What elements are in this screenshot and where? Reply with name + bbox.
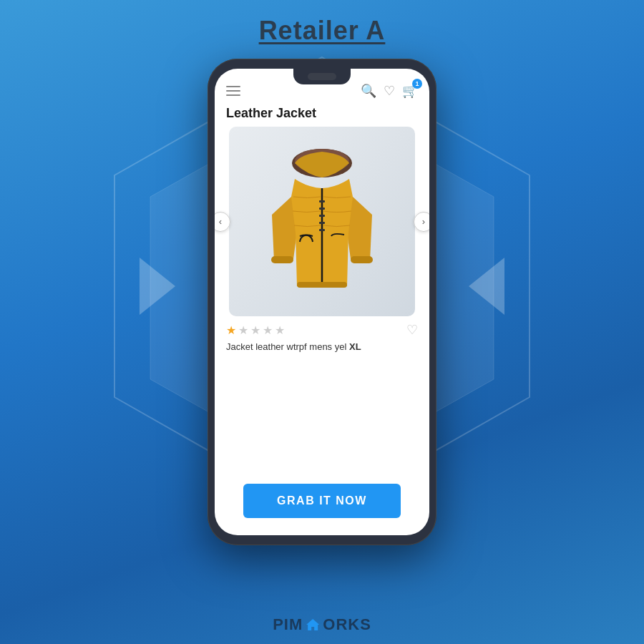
- star-4: ★: [263, 323, 273, 337]
- logo-pim-text: PIM: [273, 615, 303, 634]
- svg-rect-8: [319, 208, 325, 210]
- header-icons: 🔍 ♡ 🛒 1: [361, 83, 418, 99]
- next-button[interactable]: ›: [414, 212, 429, 232]
- svg-rect-9: [319, 215, 325, 217]
- phone-screen: 🔍 ♡ 🛒 1 Leather Jacket ‹: [215, 69, 429, 535]
- phone-notch-speaker: [308, 73, 336, 80]
- star-2: ★: [238, 323, 248, 337]
- cart-badge: 1: [412, 79, 422, 89]
- svg-marker-15: [306, 619, 319, 630]
- svg-rect-14: [297, 282, 347, 288]
- wishlist-icon[interactable]: ♡: [384, 83, 395, 99]
- pimworks-logo: PIM ORKS: [273, 615, 371, 634]
- svg-rect-11: [319, 229, 325, 231]
- star-3: ★: [250, 323, 260, 337]
- hamburger-line-3: [226, 94, 240, 96]
- logo-orks-text: ORKS: [323, 615, 371, 634]
- hamburger-line-1: [226, 86, 240, 87]
- cta-area: GRAB IT NOW: [215, 359, 429, 535]
- phone-body: 🔍 ♡ 🛒 1 Leather Jacket ‹: [208, 59, 436, 545]
- phone-notch: [293, 69, 351, 84]
- product-wishlist-icon[interactable]: ♡: [406, 322, 418, 338]
- hamburger-line-2: [226, 90, 240, 92]
- star-5: ★: [275, 323, 285, 337]
- logo-house-icon: [305, 617, 321, 633]
- svg-rect-10: [319, 222, 325, 224]
- star-1: ★: [226, 323, 236, 337]
- svg-rect-13: [351, 256, 373, 263]
- cart-icon[interactable]: 🛒 1: [402, 83, 418, 99]
- svg-rect-7: [319, 200, 325, 203]
- search-icon[interactable]: 🔍: [361, 83, 376, 99]
- product-image: [229, 127, 415, 316]
- page-title: Retailer A: [259, 16, 386, 46]
- prev-button[interactable]: ‹: [215, 212, 230, 232]
- product-description: Jacket leather wtrpf mens yel XL: [215, 339, 429, 359]
- svg-rect-12: [271, 256, 293, 263]
- grab-it-now-button[interactable]: GRAB IT NOW: [243, 484, 401, 518]
- hamburger-menu[interactable]: [226, 86, 240, 96]
- phone-mockup: 🔍 ♡ 🛒 1 Leather Jacket ‹: [208, 59, 436, 545]
- star-rating: ★ ★ ★ ★ ★: [226, 323, 285, 337]
- product-title: Leather Jacket: [215, 103, 429, 127]
- rating-row: ★ ★ ★ ★ ★ ♡: [215, 316, 429, 339]
- product-image-area: ‹: [222, 127, 422, 316]
